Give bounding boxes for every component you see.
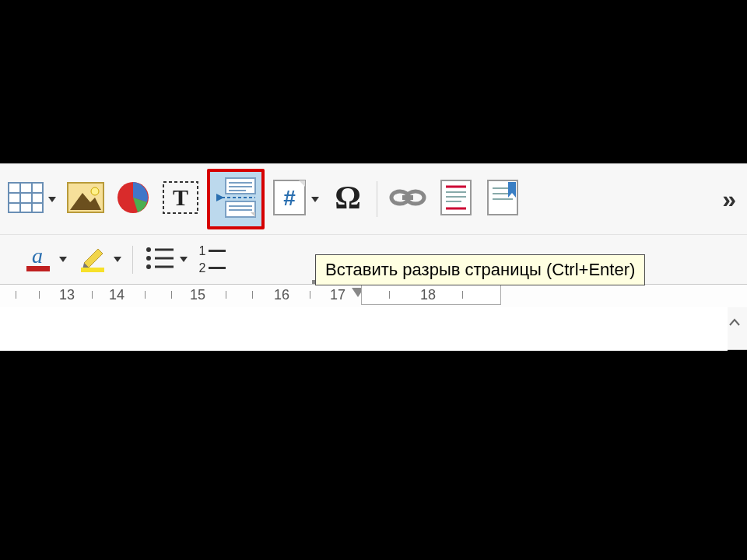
numbered-list-icon: 1 2 [199, 245, 226, 275]
separator [377, 181, 377, 217]
ruler-tick: 16 [274, 287, 289, 303]
toolbar-row-insert: T # [0, 164, 747, 234]
textbox-icon: T [162, 180, 199, 218]
svg-rect-44 [81, 268, 104, 272]
ruler-tick: 18 [420, 287, 436, 303]
ruler-minor-tick [39, 291, 40, 299]
toolbar-area: T # [0, 163, 747, 350]
svg-point-49 [146, 264, 151, 269]
document-area[interactable] [0, 307, 728, 351]
svg-point-47 [146, 256, 151, 261]
tooltip-text: Вставить разрыв страницы (Ctrl+Enter) [325, 260, 635, 279]
image-icon [67, 182, 104, 216]
bookmark-icon [486, 179, 519, 219]
insert-footnote-button[interactable] [435, 176, 477, 222]
svg-text:a: a [32, 243, 43, 268]
pie-chart-icon [116, 180, 150, 218]
tooltip: Вставить разрыв страницы (Ctrl+Enter) [315, 254, 645, 285]
font-color-icon: a [23, 243, 54, 277]
highlight-color-button[interactable] [75, 243, 124, 277]
svg-text:Ω: Ω [335, 180, 361, 215]
font-color-button[interactable]: a [20, 243, 70, 277]
digit-1: 1 [199, 245, 206, 257]
chevron-down-icon [48, 197, 56, 202]
chevron-down-icon [180, 257, 188, 262]
insert-textbox-button[interactable]: T [159, 176, 202, 222]
svg-point-7 [91, 187, 99, 195]
ruler-minor-tick [462, 291, 463, 299]
chevron-down-icon [114, 257, 121, 262]
insert-hyperlink-button[interactable] [385, 176, 430, 222]
insert-field-button[interactable]: # [269, 176, 322, 222]
ruler-tick: 17 [330, 287, 345, 303]
insert-page-break-button[interactable] [207, 169, 265, 229]
numbered-list-button[interactable]: 1 2 [195, 243, 230, 277]
toolbar-overflow-button[interactable]: » [722, 185, 742, 214]
footnote-icon [440, 179, 472, 219]
page-break-icon [215, 177, 257, 222]
highlighter-icon [78, 243, 109, 277]
ruler-minor-tick [145, 291, 146, 299]
svg-marker-42 [84, 249, 103, 268]
insert-table-button[interactable] [5, 176, 59, 222]
ruler-tick: 14 [109, 287, 124, 303]
svg-marker-16 [216, 194, 224, 201]
hash-field-icon: # [272, 179, 307, 219]
insert-chart-button[interactable] [112, 176, 154, 222]
svg-text:T: T [173, 184, 188, 210]
hyperlink-icon [388, 184, 427, 214]
bullet-list-button[interactable] [141, 243, 191, 277]
svg-rect-41 [26, 266, 50, 271]
chevron-up-icon [728, 313, 741, 331]
insert-special-char-button[interactable]: Ω [327, 176, 369, 222]
ruler-tick: 15 [190, 287, 205, 303]
ruler-minor-tick [171, 291, 172, 299]
ruler-minor-tick [92, 291, 93, 299]
ruler-minor-tick [16, 291, 16, 299]
ruler-tick: 13 [59, 287, 75, 303]
chevron-down-icon [311, 197, 319, 202]
svg-text:#: # [283, 186, 296, 210]
ruler-minor-tick [252, 291, 253, 299]
separator [132, 246, 133, 274]
ruler-minor-tick [226, 291, 226, 299]
chevron-down-icon [59, 257, 67, 262]
insert-image-button[interactable] [64, 176, 107, 222]
table-icon [8, 182, 44, 216]
svg-rect-27 [402, 195, 413, 200]
scroll-up-button[interactable] [725, 312, 744, 331]
digit-2: 2 [199, 262, 206, 275]
ruler[interactable]: 13 14 15 16 17 18 [0, 284, 747, 307]
ruler-minor-tick [389, 291, 390, 299]
ruler-minor-tick [310, 291, 310, 299]
svg-rect-0 [9, 183, 43, 212]
omega-icon: Ω [330, 180, 366, 218]
bullet-list-icon [144, 245, 175, 275]
svg-point-45 [146, 247, 151, 252]
insert-bookmark-button[interactable] [482, 176, 524, 222]
